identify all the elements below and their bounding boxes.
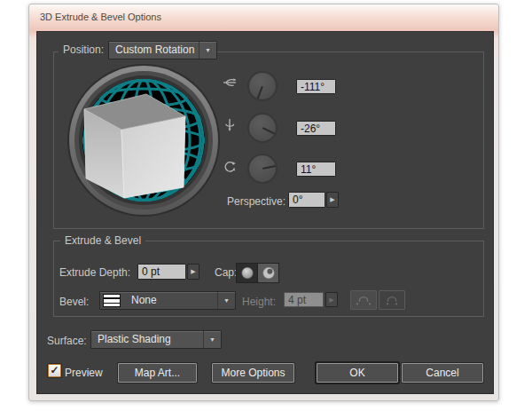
map-art-button[interactable]: Map Art... bbox=[118, 363, 197, 383]
dialog-window: 3D Extrude & Bevel Options Position: Cus… bbox=[28, 4, 499, 401]
cancel-button[interactable]: Cancel bbox=[402, 363, 483, 383]
preview-checkbox[interactable]: ✓ bbox=[48, 364, 61, 377]
position-label: Position: bbox=[59, 43, 108, 56]
dialog-content: Position: Custom Rotation ▼ bbox=[36, 31, 494, 394]
dial-pointer bbox=[257, 86, 263, 99]
extrude-depth-input[interactable] bbox=[137, 264, 186, 280]
cap-hollow-icon bbox=[262, 265, 276, 281]
cap-solid-icon bbox=[240, 265, 254, 281]
perspective-label: Perspective: bbox=[170, 194, 286, 209]
cap-toggle-group bbox=[236, 263, 279, 283]
bevel-extent-in-button[interactable] bbox=[379, 290, 405, 310]
rotate-y-input[interactable] bbox=[296, 121, 336, 136]
rotate-z-icon bbox=[223, 160, 237, 174]
rotate-z-input[interactable] bbox=[296, 162, 336, 177]
cap-label: Cap: bbox=[215, 265, 237, 281]
height-label: Height: bbox=[242, 294, 276, 310]
bevel-extent-out-button[interactable] bbox=[350, 290, 377, 310]
check-icon: ✓ bbox=[50, 364, 59, 376]
position-select[interactable]: Custom Rotation ▼ bbox=[108, 41, 217, 59]
ok-button[interactable]: OK bbox=[317, 363, 398, 383]
surface-select[interactable]: Plastic Shading ▼ bbox=[90, 330, 222, 349]
bevel-extent-in-icon bbox=[383, 294, 401, 306]
extrude-bevel-legend: Extrude & Bevel bbox=[60, 234, 145, 247]
position-select-value: Custom Rotation bbox=[109, 42, 199, 59]
rotate-y-dial[interactable] bbox=[247, 113, 278, 143]
chevron-down-icon[interactable]: ▼ bbox=[217, 292, 235, 309]
rotate-z-dial[interactable] bbox=[247, 154, 278, 184]
dial-pointer bbox=[262, 165, 276, 170]
perspective-stepper[interactable]: ▶ bbox=[326, 192, 339, 208]
chevron-down-icon[interactable]: ▼ bbox=[199, 42, 216, 59]
extrude-depth-label: Extrude Depth: bbox=[59, 265, 130, 281]
chevron-down-icon[interactable]: ▼ bbox=[203, 331, 221, 348]
extrude-depth-stepper[interactable]: ▶ bbox=[187, 264, 200, 280]
dial-pointer bbox=[262, 127, 275, 134]
bevel-extent-out-icon bbox=[355, 294, 372, 306]
preview-cube bbox=[84, 94, 185, 198]
rotate-x-dial[interactable] bbox=[247, 71, 278, 101]
height-input[interactable] bbox=[284, 292, 324, 307]
cap-solid-button[interactable] bbox=[237, 264, 257, 282]
dialog-title: 3D Extrude & Bevel Options bbox=[40, 12, 161, 22]
title-bar[interactable]: 3D Extrude & Bevel Options bbox=[29, 4, 498, 31]
rotate-x-input[interactable] bbox=[296, 79, 336, 94]
surface-label: Surface: bbox=[47, 333, 87, 349]
bevel-select[interactable]: None ▼ bbox=[99, 291, 236, 310]
perspective-input[interactable] bbox=[288, 192, 325, 208]
cap-hollow-button[interactable] bbox=[258, 264, 278, 282]
bevel-select-value: None bbox=[121, 292, 217, 309]
rotate-x-icon bbox=[223, 75, 237, 90]
bevel-label: Bevel: bbox=[59, 294, 89, 310]
rotate-y-icon bbox=[223, 118, 237, 132]
bevel-extent-group bbox=[350, 290, 405, 310]
surface-select-value: Plastic Shading bbox=[91, 331, 203, 348]
preview-label: Preview bbox=[65, 365, 103, 381]
height-stepper[interactable]: ▶ bbox=[325, 292, 338, 307]
bevel-none-swatch bbox=[103, 294, 121, 307]
more-options-button[interactable]: More Options bbox=[212, 363, 294, 383]
